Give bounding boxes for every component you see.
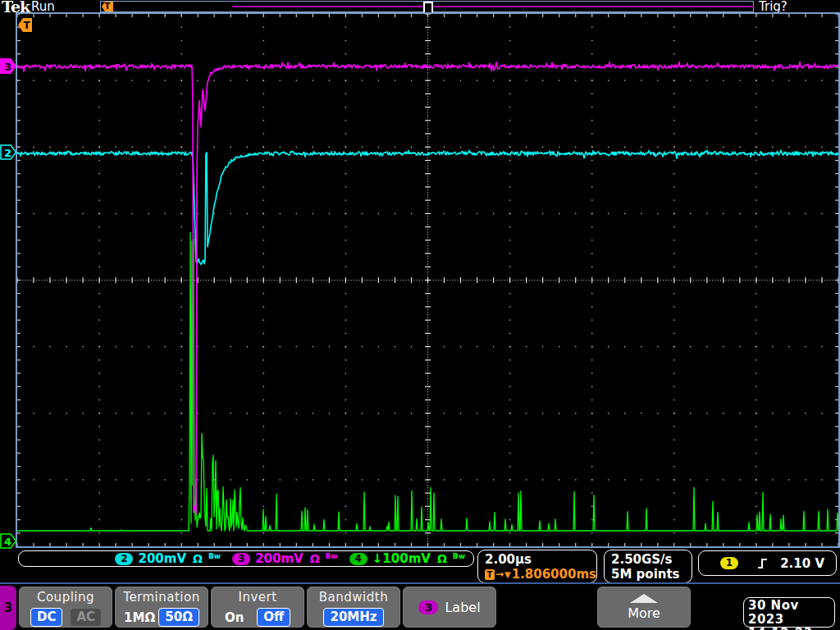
coupling-title: Coupling	[20, 590, 112, 605]
trigger-t-icon: T	[485, 569, 495, 580]
ch2-bandwidth-flag: Bw	[208, 552, 221, 560]
svg-text:T: T	[24, 20, 31, 31]
ch4-scale: ↓100mV	[372, 551, 431, 566]
chevron-up-icon	[630, 594, 658, 603]
timebase-scale: 2.00µs	[485, 552, 596, 567]
oscilloscope-screen: Tek Run Trig? T 3 2 4 T 2 200mV Ω Bw 3	[0, 0, 840, 630]
more-label: More	[628, 605, 660, 621]
ch2-impedance: Ω	[193, 552, 203, 565]
more-button[interactable]: More	[597, 587, 691, 628]
bandwidth-20mhz-option[interactable]: 20MHz	[323, 608, 383, 627]
acquisition-readout-box: 2.50GS/s 5M points	[604, 550, 692, 583]
graticule	[16, 12, 840, 548]
trigger-level-value: 2.10 V	[780, 556, 824, 571]
menu-divider	[0, 582, 840, 584]
channel-readouts-box: 2 200mV Ω Bw 3 200mV Ω Bw 4 ↓100mV Ω Bw	[18, 550, 474, 567]
ch4-bandwidth-flag: Bw	[453, 552, 465, 560]
svg-text:3: 3	[4, 61, 11, 73]
trigger-source-badge: 1	[720, 557, 738, 569]
ch2-position-marker[interactable]: 2	[0, 144, 17, 160]
record-view-strip[interactable]: T	[100, 1, 754, 12]
coupling-dc-option[interactable]: DC	[30, 608, 62, 627]
ch4-readout[interactable]: 4 ↓100mV Ω Bw	[349, 551, 465, 566]
trigger-readout-box: 1 2.10 V	[698, 550, 837, 576]
channel3-menu-tab: 3	[0, 586, 16, 630]
ch2-badge: 2	[115, 553, 133, 565]
svg-text:4: 4	[4, 536, 11, 548]
ch3-badge: 3	[232, 553, 250, 565]
ch2-readout[interactable]: 2 200mV Ω Bw	[115, 551, 221, 566]
datetime-box: 30 Nov 2023 14:12:23	[743, 597, 835, 628]
time: 14:12:23	[748, 627, 834, 630]
invert-title: Invert	[212, 590, 304, 605]
ch3-position-marker[interactable]: 3	[0, 58, 17, 74]
trigger-level-marker[interactable]: T	[18, 18, 32, 32]
ch4-impedance: Ω	[437, 552, 447, 565]
ch3-bandwidth-flag: Bw	[326, 552, 338, 560]
delay-value: 1.806000ms	[512, 567, 596, 582]
coupling-button[interactable]: Coupling DC AC	[19, 587, 112, 628]
invert-off-option[interactable]: Off	[257, 608, 290, 627]
arrow-right-icon: →	[495, 568, 504, 580]
horizontal-delay: T → ▼ 1.806000ms	[485, 567, 596, 582]
label-text: Label	[445, 600, 480, 615]
rising-edge-icon	[756, 557, 769, 570]
triangle-down-icon: ▼	[504, 570, 511, 579]
trigger-position-flag-icon[interactable]: T	[102, 2, 113, 11]
invert-on-option[interactable]: On	[225, 610, 244, 625]
ch3-scale: 200mV	[255, 551, 304, 566]
ch4-badge: 4	[349, 553, 368, 565]
termination-button[interactable]: Termination 1MΩ 50Ω	[115, 587, 208, 628]
termination-title: Termination	[116, 590, 208, 605]
ch4-position-marker[interactable]: 4	[0, 533, 17, 549]
ch3-impedance: Ω	[310, 552, 320, 565]
ch2-scale: 200mV	[138, 551, 186, 566]
ch3-readout[interactable]: 3 200mV Ω Bw	[232, 551, 338, 566]
termination-1mohm-option[interactable]: 1MΩ	[124, 610, 155, 625]
coupling-ac-option[interactable]: AC	[71, 609, 101, 626]
horizontal-readout-box: 2.00µs T → ▼ 1.806000ms	[477, 550, 597, 583]
invert-button[interactable]: Invert On Off	[211, 587, 304, 628]
bandwidth-button[interactable]: Bandwidth 20MHz	[307, 587, 400, 628]
bandwidth-title: Bandwidth	[308, 590, 399, 605]
record-view-trace-ch3	[232, 6, 754, 7]
termination-50ohm-option[interactable]: 50Ω	[158, 608, 199, 627]
label-channel-badge: 3	[418, 600, 438, 614]
waveform-display	[17, 14, 838, 546]
date: 30 Nov 2023	[748, 599, 834, 627]
label-button[interactable]: 3 Label	[403, 587, 496, 628]
svg-text:2: 2	[4, 147, 11, 159]
record-length: 5M points	[611, 567, 692, 582]
sample-rate: 2.50GS/s	[611, 552, 692, 567]
